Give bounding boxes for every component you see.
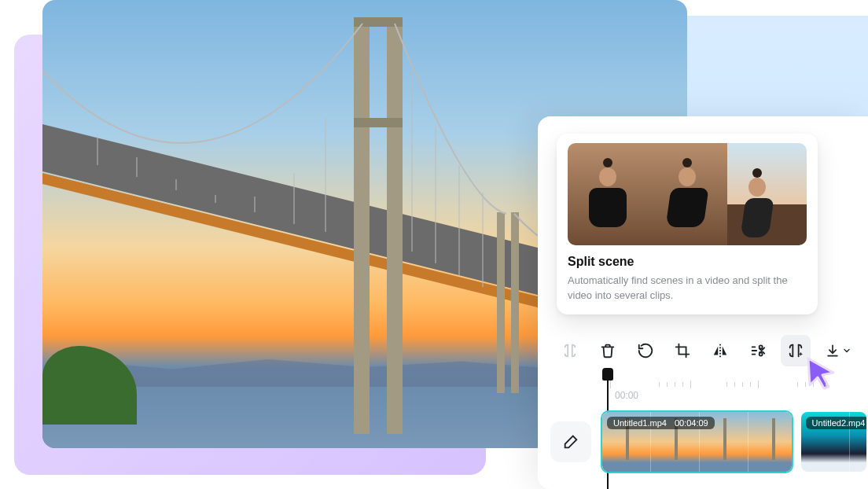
chevron-down-icon	[842, 346, 851, 355]
crop-button[interactable]	[668, 335, 698, 366]
ruler-time-label: 00:00	[615, 390, 638, 401]
clip-item[interactable]: Untitled2.mp4	[800, 410, 868, 473]
clip-item[interactable]: Untitled1.mp4 00:04:09	[601, 410, 793, 473]
split-scene-description: Automatically find scenes in a video and…	[568, 274, 807, 303]
split-scene-title: Split scene	[568, 255, 807, 269]
timeline[interactable]: 00:00	[538, 376, 868, 489]
clip-label: Untitled2.mp4	[806, 417, 868, 429]
edit-track-button[interactable]	[550, 421, 591, 462]
split-scene-thumbnail	[568, 143, 807, 245]
clip-duration: 00:04:09	[675, 418, 708, 428]
timeline-ruler[interactable]: 00:00	[601, 376, 868, 404]
flip-button[interactable]	[705, 335, 735, 366]
clips-track[interactable]: Untitled1.mp4 00:04:09 Untitled2.mp4	[601, 410, 868, 473]
split-scene-card[interactable]: Split scene Automatically find scenes in…	[557, 134, 818, 314]
editor-panel: Split scene Automatically find scenes in…	[538, 116, 868, 489]
delete-button[interactable]	[593, 335, 623, 366]
clip-filename: Untitled1.mp4	[613, 418, 667, 428]
clip-label: Untitled1.mp4 00:04:09	[607, 417, 715, 429]
split-button[interactable]	[555, 335, 585, 366]
clip-filename: Untitled2.mp4	[812, 418, 866, 428]
scissors-button[interactable]	[743, 335, 773, 366]
rotate-button[interactable]	[631, 335, 660, 366]
